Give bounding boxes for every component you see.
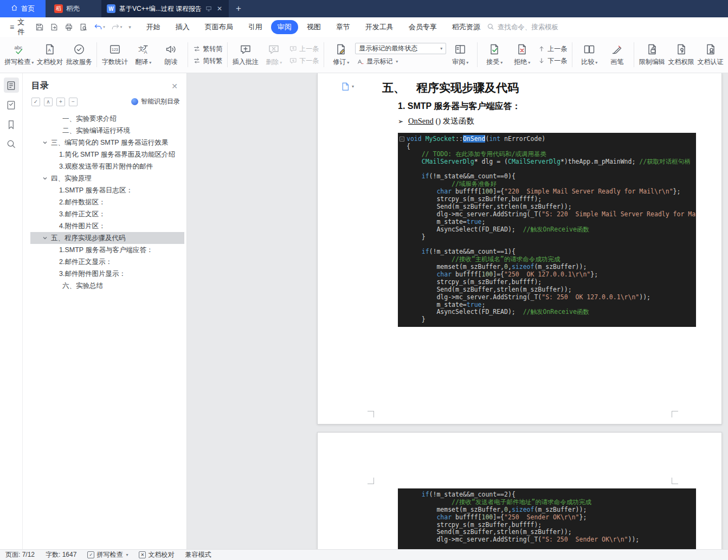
- smart-identify-label: 智能识别目录: [141, 97, 180, 106]
- review-pane-button[interactable]: 审阅▾: [447, 41, 474, 69]
- outline-item[interactable]: 1.SMTP 服务器与客户端应答：: [30, 244, 184, 256]
- customize-toolbar-icon[interactable]: ▾: [128, 24, 131, 30]
- proofread-icon: A: [44, 43, 56, 56]
- home-tab[interactable]: 首页: [0, 0, 46, 17]
- outline-item[interactable]: 四、实验原理: [30, 172, 184, 184]
- outline-item[interactable]: 4.附件图片区：: [30, 220, 184, 232]
- outline-item[interactable]: 3.观察发送带有图片附件的邮件: [30, 160, 184, 172]
- menu-tabs: 开始插入页面布局引用审阅视图章节开发工具会员专享稻壳资源: [140, 20, 487, 34]
- outline-item[interactable]: 三、编写简化的 SMTP 服务器运行效果: [30, 137, 184, 149]
- menu-item[interactable]: 引用: [242, 20, 269, 34]
- outline-panel-icon[interactable]: [4, 78, 19, 93]
- code-screenshot-onsend: − void MySocket::OnSend(int nErrorCode){…: [398, 133, 696, 327]
- accept-button[interactable]: 接受▾: [481, 41, 508, 69]
- menu-item[interactable]: 页面布局: [198, 20, 240, 34]
- menu-item[interactable]: 开发工具: [359, 20, 400, 34]
- readaloud-icon: [165, 43, 177, 56]
- close-icon[interactable]: ✕: [171, 82, 178, 91]
- proofread-button[interactable]: A文档校对: [35, 41, 64, 69]
- print-preview-icon[interactable]: [79, 23, 88, 31]
- prev-revision-button[interactable]: 上一条: [536, 44, 569, 54]
- tab-device-icon[interactable]: [205, 5, 212, 12]
- outline-item[interactable]: 1.简化 SMTP 服务器界面及功能区介绍: [30, 149, 184, 160]
- chevron-down-icon[interactable]: [41, 235, 49, 241]
- tab-close-icon[interactable]: ✕: [216, 5, 223, 12]
- smart-identify-icon: [131, 98, 138, 105]
- bookmark-icon[interactable]: [4, 117, 19, 132]
- page-indicator[interactable]: 页面: 7/12: [5, 550, 35, 559]
- undo-icon[interactable]: ▾: [94, 23, 105, 31]
- select-headings-icon[interactable]: ✓: [31, 98, 40, 106]
- traditional-to-simplified-button[interactable]: 繁转简: [191, 44, 224, 54]
- compare-button[interactable]: 比较▾: [576, 41, 603, 69]
- export-icon[interactable]: [50, 23, 59, 31]
- outline-item[interactable]: 2.邮件正文显示：: [30, 256, 184, 268]
- swap-icon: [193, 57, 201, 65]
- command-search[interactable]: 查找命令、搜索模板: [487, 23, 559, 32]
- new-tab-button[interactable]: +: [229, 0, 248, 17]
- redo-icon[interactable]: ▾: [111, 23, 123, 31]
- chapter-nav-icon[interactable]: [4, 97, 19, 112]
- menu-item[interactable]: 会员专享: [402, 20, 443, 34]
- expand-level-icon[interactable]: +: [56, 98, 65, 106]
- statusbar: 页面: 7/12 字数: 1647 ✓ 拼写检查 ▾ ✕ 文档校对 兼容模式: [0, 549, 728, 560]
- outline-item[interactable]: 一、实验要求介绍: [30, 113, 184, 125]
- onsend-link: OnSend: [408, 117, 434, 125]
- menu-item[interactable]: 章节: [330, 20, 357, 34]
- next-revision-button[interactable]: 下一条: [536, 56, 569, 66]
- menu-item[interactable]: 开始: [140, 20, 167, 34]
- docer-tab[interactable]: 稻 稻壳: [46, 0, 101, 17]
- word-count[interactable]: 字数: 1647: [46, 550, 76, 559]
- readaloud-button[interactable]: 朗读: [157, 41, 184, 69]
- arrow-down-icon: [538, 57, 545, 65]
- outline-item[interactable]: 六、实验总结: [30, 280, 184, 292]
- delete-comment-button[interactable]: 删除▾: [260, 41, 287, 69]
- spellcheck-button[interactable]: abc拼写检查▾: [3, 41, 35, 69]
- text-boundary-mark: [368, 411, 374, 417]
- document-canvas[interactable]: ▾ 五、 程序实现步骤及代码 1. SMTP 服务器与客户端应答： ➢ OnSe…: [187, 73, 728, 549]
- collapse-all-icon[interactable]: ∧: [44, 98, 53, 106]
- proofread-toggle[interactable]: ✕ 文档校对: [139, 550, 174, 559]
- outline-item[interactable]: 2.邮件数据区：: [30, 196, 184, 208]
- smart-identify-button[interactable]: 智能识别目录: [131, 97, 180, 106]
- next-comment-button[interactable]: 下一条: [288, 56, 320, 66]
- chevron-down-icon[interactable]: [41, 140, 49, 145]
- redo-dropdown-icon[interactable]: ▾: [120, 25, 123, 29]
- menu-item[interactable]: 视图: [300, 20, 327, 34]
- grading-button[interactable]: 批改服务: [65, 41, 93, 69]
- outline-item[interactable]: 二、实验编译运行环境: [30, 125, 184, 137]
- collapse-level-icon[interactable]: −: [69, 98, 78, 106]
- doc-search-icon[interactable]: [4, 136, 19, 151]
- print-icon[interactable]: [65, 23, 73, 31]
- menu-item[interactable]: 审阅: [271, 20, 298, 34]
- doc-permission-button[interactable]: 文档权限: [667, 41, 695, 69]
- file-menu-button[interactable]: ≡ 文件: [7, 17, 28, 37]
- document-tab[interactable]: W 基于VC++编...过程 课程报告 ✕: [101, 0, 229, 17]
- revision-button[interactable]: 修订▾: [327, 41, 355, 69]
- restrict-edit-button[interactable]: 限制编辑: [637, 41, 666, 69]
- outline-item[interactable]: 五、程序实现步骤及代码: [30, 232, 184, 244]
- spellcheck-toggle[interactable]: ✓ 拼写检查 ▾: [87, 550, 128, 559]
- insert-comment-button[interactable]: 插入批注: [231, 41, 260, 69]
- menu-item[interactable]: 插入: [169, 20, 196, 34]
- page-quick-tools[interactable]: ▾: [340, 82, 354, 91]
- page-current[interactable]: ▾ 五、 程序实现步骤及代码 1. SMTP 服务器与客户端应答： ➢ OnSe…: [317, 73, 722, 424]
- brush-button[interactable]: 画笔: [603, 41, 630, 69]
- menu-item[interactable]: 稻壳资源: [446, 20, 487, 34]
- wordcount-button[interactable]: 123字数统计: [100, 41, 129, 69]
- outline-item[interactable]: 3.邮件正文区：: [30, 208, 184, 220]
- outline-item[interactable]: 3.邮件附件图片显示：: [30, 268, 184, 280]
- reject-button[interactable]: 拒绝▾: [508, 41, 536, 69]
- chevron-down-icon[interactable]: [41, 176, 49, 181]
- save-icon[interactable]: [35, 23, 44, 31]
- simplified-to-traditional-button[interactable]: 简转繁: [191, 56, 224, 66]
- ribbon-divider: [324, 42, 324, 67]
- translate-button[interactable]: 文A翻译▾: [130, 41, 157, 69]
- undo-dropdown-icon[interactable]: ▾: [103, 25, 105, 29]
- outline-item[interactable]: 1.SMTP 服务器日志区：: [30, 184, 184, 196]
- show-markup-button[interactable]: 显示标记▾: [355, 56, 446, 67]
- doc-certify-button[interactable]: 文档认证: [696, 41, 725, 69]
- prev-comment-button[interactable]: 上一条: [288, 44, 320, 54]
- markup-state-select[interactable]: 显示标记的最终状态▾: [355, 43, 446, 54]
- page-next[interactable]: if(!m_state&&m_count==2){ //接收“发送者电子邮件地址…: [317, 432, 722, 549]
